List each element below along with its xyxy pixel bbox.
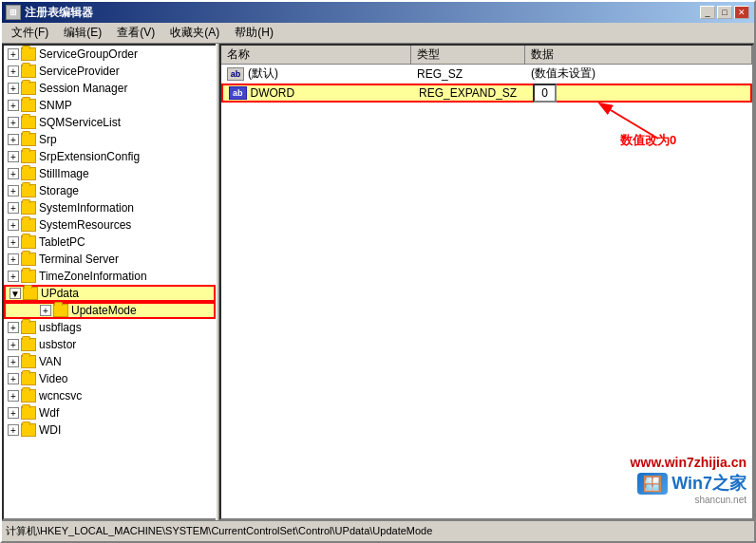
tree-item-wdi[interactable]: + WDI <box>4 421 216 439</box>
folder-icon <box>21 218 36 232</box>
tree-item-srpExtConfig[interactable]: + SrpExtensionConfig <box>4 148 216 165</box>
expand-icon[interactable]: + <box>8 407 19 419</box>
column-headers: 名称 类型 数据 <box>221 46 752 65</box>
expand-icon[interactable]: + <box>8 66 19 77</box>
expand-icon[interactable]: + <box>8 202 19 214</box>
tree-item-sessionManager[interactable]: + Session Manager <box>4 80 216 97</box>
folder-icon <box>21 82 36 95</box>
expand-icon[interactable]: + <box>8 356 19 367</box>
menu-edit[interactable]: 编辑(E) <box>56 23 109 43</box>
value-name-default: ab (默认) <box>221 64 411 84</box>
tree-item-srp[interactable]: + Srp <box>4 131 216 148</box>
tree-label: wcncsvc <box>39 389 82 403</box>
value-row-default[interactable]: ab (默认) REG_SZ (数值未设置) <box>221 65 752 84</box>
tree-item-serviceProvider[interactable]: + ServiceProvider <box>4 63 216 80</box>
value-data-default: (数值未设置) <box>525 64 752 84</box>
expand-icon[interactable]: + <box>8 390 19 402</box>
value-type-default: REG_SZ <box>411 66 525 83</box>
tree-item-timeZone[interactable]: + TimeZoneInformation <box>4 268 216 285</box>
tree-item-tabletPC[interactable]: + TabletPC <box>4 234 216 251</box>
tree-item-usbstor[interactable]: + usbstor <box>4 336 216 353</box>
tree-label: TabletPC <box>39 235 85 249</box>
tree-item-serviceGroupOrder[interactable]: + ServiceGroupOrder <box>4 46 216 63</box>
folder-icon <box>21 150 36 163</box>
expand-icon[interactable]: + <box>8 271 19 282</box>
folder-icon <box>21 201 36 215</box>
annotation-container: 数值改为0 <box>592 101 676 149</box>
folder-icon <box>23 287 38 300</box>
minimize-button[interactable]: _ <box>700 6 715 19</box>
expand-icon[interactable]: + <box>8 322 19 333</box>
folder-icon <box>21 167 36 180</box>
tree-label: Video <box>39 372 67 385</box>
expand-icon[interactable]: + <box>8 134 19 145</box>
tree-item-stillImage[interactable]: + StillImage <box>4 165 216 182</box>
expand-icon[interactable]: + <box>8 373 19 384</box>
main-area: + ServiceGroupOrder + ServiceProvider + … <box>2 44 754 520</box>
title-icon: ⊞ <box>6 5 21 20</box>
expand-icon[interactable]: + <box>8 151 19 162</box>
expand-icon[interactable]: + <box>8 168 19 179</box>
tree-item-video[interactable]: + Video <box>4 370 216 387</box>
tree-item-sysInfo[interactable]: + SystemInformation <box>4 199 216 216</box>
expand-icon[interactable]: + <box>8 48 19 60</box>
tree-label: UpdateMode <box>71 304 137 317</box>
expand-icon[interactable]: + <box>8 424 19 436</box>
folder-icon <box>21 355 36 368</box>
tree-label: usbstor <box>39 338 76 351</box>
expand-icon[interactable]: + <box>8 83 19 94</box>
tree-label: StillImage <box>39 167 89 180</box>
expand-icon[interactable]: + <box>8 236 19 248</box>
expand-icon[interactable]: + <box>8 117 19 128</box>
menu-view[interactable]: 查看(V) <box>109 23 162 43</box>
tree-item-wdf[interactable]: + Wdf <box>4 404 216 421</box>
tree-label: Terminal Server <box>39 253 119 266</box>
menu-help[interactable]: 帮助(H) <box>227 23 281 43</box>
menu-favorites[interactable]: 收藏夹(A) <box>162 23 227 43</box>
dword-icon: ab <box>229 86 247 100</box>
value-name-dword: ab DWORD <box>223 84 413 102</box>
tree-item-updata[interactable]: ▼ UPdata <box>4 285 216 302</box>
tree-item-usbflags[interactable]: + usbflags <box>4 319 216 336</box>
expand-icon[interactable]: ▼ <box>9 288 21 299</box>
tree-item-terminalServer[interactable]: + Terminal Server <box>4 251 216 268</box>
value-name-label: DWORD <box>251 86 295 100</box>
tree-label: SystemResources <box>39 218 131 232</box>
value-row-dword[interactable]: ab DWORD REG_EXPAND_SZ 0 <box>221 84 752 103</box>
folder-icon <box>21 389 36 403</box>
value-box: 0 <box>533 84 557 103</box>
folder-icon <box>21 406 36 420</box>
menu-file[interactable]: 文件(F) <box>4 23 56 43</box>
tree-pane[interactable]: + ServiceGroupOrder + ServiceProvider + … <box>2 44 216 520</box>
folder-icon <box>21 116 36 129</box>
tree-item-storage[interactable]: + Storage <box>4 182 216 199</box>
folder-icon <box>21 133 36 146</box>
close-button[interactable]: ✕ <box>734 6 749 19</box>
value-type-dword: REG_EXPAND_SZ <box>413 84 527 102</box>
folder-icon <box>21 65 36 78</box>
expand-icon[interactable]: + <box>8 219 19 231</box>
folder-icon <box>21 184 36 197</box>
tree-item-sqmServiceList[interactable]: + SQMServiceList <box>4 114 216 131</box>
tree-item-sysResources[interactable]: + SystemResources <box>4 216 216 234</box>
folder-icon <box>21 423 36 437</box>
tree-label: SrpExtensionConfig <box>39 150 140 163</box>
menu-bar: 文件(F) 编辑(E) 查看(V) 收藏夹(A) 帮助(H) <box>2 23 754 44</box>
tree-label: Storage <box>39 184 79 197</box>
tree-label: SQMServiceList <box>39 116 121 129</box>
maximize-button[interactable]: □ <box>717 6 732 19</box>
status-path: 计算机\HKEY_LOCAL_MACHINE\SYSTEM\CurrentCon… <box>6 524 432 538</box>
title-bar: ⊞ 注册表编辑器 _ □ ✕ <box>2 2 754 23</box>
tree-item-van[interactable]: + VAN <box>4 353 216 370</box>
expand-icon[interactable]: + <box>8 185 19 197</box>
expand-icon[interactable]: + <box>8 253 19 265</box>
tree-item-wcncsvc[interactable]: + wcncsvc <box>4 387 216 404</box>
tree-item-updateMode[interactable]: + UpdateMode <box>4 302 216 319</box>
tree-label: usbflags <box>39 321 82 334</box>
expand-icon[interactable]: + <box>8 339 19 350</box>
folder-icon <box>21 372 36 385</box>
tree-item-snmp[interactable]: + SNMP <box>4 97 216 114</box>
expand-icon[interactable]: + <box>8 100 19 111</box>
expand-icon[interactable]: + <box>40 305 51 316</box>
tree-label: TimeZoneInformation <box>39 270 147 283</box>
